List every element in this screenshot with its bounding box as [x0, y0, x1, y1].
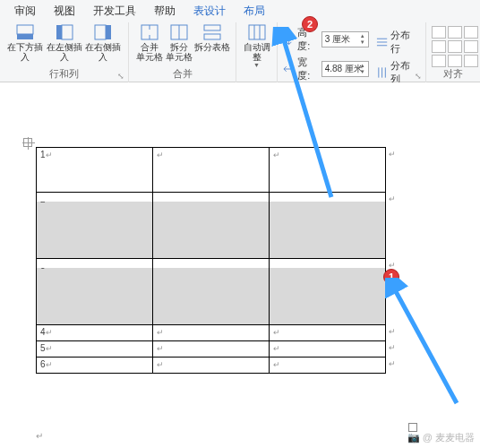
- tab-devtools[interactable]: 开发工具: [88, 2, 141, 21]
- group-align-label: 对齐: [426, 67, 480, 82]
- distribute-cols-icon: [376, 66, 388, 79]
- document-table: 1↵ ↵ ↵↵ 2↵ ↵ ↵↵ 3↵ ↵ ↵↵ 4↵ ↵ ↵↵ 5↵ ↵: [36, 147, 386, 374]
- autofit-label: 自动调整: [242, 42, 271, 62]
- width-label: 宽度:: [297, 56, 319, 82]
- group-autofit: 自动调整 ▼: [236, 22, 278, 82]
- ribbon-tabs: 审阅 视图 开发工具 帮助 表设计 布局: [0, 0, 480, 20]
- table-row[interactable]: 6↵ ↵ ↵↵: [37, 358, 386, 374]
- distribute-rows-button[interactable]: 分布行: [374, 28, 420, 56]
- col-width-field: 宽度: 4.88 厘米 ▲▼: [283, 56, 369, 82]
- table-move-handle-icon[interactable]: [23, 138, 32, 147]
- height-spin-up[interactable]: ▲: [358, 33, 367, 39]
- row-end-mark-icon: ↵: [389, 343, 396, 352]
- distribute-rows-icon: [376, 36, 388, 48]
- insert-below-icon: [16, 24, 34, 40]
- group-rows-cols-label: 行和列: [0, 67, 128, 82]
- align-bot-center-button[interactable]: [448, 55, 462, 67]
- align-bot-right-button[interactable]: [464, 55, 478, 67]
- width-spin-up[interactable]: ▲: [358, 63, 367, 69]
- height-spin-down[interactable]: ▼: [358, 39, 367, 46]
- align-bot-left-button[interactable]: [432, 55, 446, 67]
- autofit-icon: [248, 24, 266, 40]
- split-table-icon: [203, 24, 221, 40]
- width-input[interactable]: 4.88 厘米 ▲▼: [321, 61, 369, 77]
- split-cells-icon: [170, 24, 188, 40]
- para-mark-icon: ↵: [46, 151, 53, 159]
- width-spin-down[interactable]: ▼: [358, 69, 367, 75]
- svg-rect-5: [106, 25, 111, 39]
- row-end-mark-icon: ↵: [389, 359, 396, 368]
- table-row[interactable]: 5↵ ↵ ↵↵: [37, 341, 386, 358]
- callout-badge-1: 1: [383, 269, 399, 285]
- row-end-mark-icon: ↵: [389, 327, 396, 336]
- ribbon: 审阅 视图 开发工具 帮助 表设计 布局 在下方插入 在左侧插入 在右侧插入: [0, 0, 480, 82]
- para-mark-icon: ↵: [273, 344, 280, 353]
- width-value: 4.88 厘米: [325, 63, 363, 75]
- align-mid-left-button[interactable]: [432, 40, 446, 53]
- para-mark-icon: ↵: [273, 360, 280, 369]
- para-mark-icon: ↵: [46, 360, 53, 369]
- group-align: 对齐: [426, 22, 480, 82]
- table-row[interactable]: 4↵ ↵ ↵↵: [37, 325, 386, 341]
- row-end-mark-icon: ↵: [389, 194, 396, 203]
- para-mark-icon: ↵: [157, 328, 164, 337]
- align-top-right-button[interactable]: [464, 26, 478, 39]
- row-height-field: 高度: 3 厘米 ▲▼: [283, 26, 369, 53]
- svg-rect-0: [17, 25, 33, 34]
- document-canvas[interactable]: 1↵ ↵ ↵↵ 2↵ ↵ ↵↵ 3↵ ↵ ↵↵ 4↵ ↵ ↵↵ 5↵ ↵: [0, 82, 480, 448]
- align-top-left-button[interactable]: [432, 26, 446, 39]
- svg-rect-13: [249, 25, 265, 39]
- split-cells-label: 拆分 单元格: [166, 42, 193, 62]
- height-value: 3 厘米: [325, 33, 350, 46]
- svg-rect-2: [56, 25, 62, 39]
- svg-rect-1: [17, 34, 33, 39]
- para-mark-icon: ↵: [36, 431, 43, 441]
- insert-right-icon: [94, 24, 112, 40]
- insert-right-label: 在右侧插入: [83, 42, 123, 62]
- group-cell-size: 高度: 3 厘米 ▲▼ 宽度: 4.88 厘米 ▲▼: [278, 22, 426, 82]
- align-top-center-button[interactable]: [448, 26, 462, 39]
- height-input[interactable]: 3 厘米 ▲▼: [321, 31, 369, 47]
- distribute-rows-label: 分布行: [390, 29, 418, 56]
- split-cells-button[interactable]: 拆分 单元格: [164, 22, 193, 62]
- table-row[interactable]: 2↵ ↵ ↵↵: [37, 193, 386, 259]
- tab-layout[interactable]: 布局: [238, 2, 270, 21]
- autofit-button[interactable]: 自动调整 ▼: [242, 22, 271, 69]
- merge-cells-label: 合并 单元格: [136, 42, 163, 62]
- col-width-icon: [283, 63, 295, 75]
- table-row[interactable]: 1↵ ↵ ↵↵: [37, 148, 386, 193]
- group-rows-cols: 在下方插入 在左侧插入 在右侧插入 行和列 ⤡: [0, 22, 129, 82]
- align-mid-right-button[interactable]: [464, 40, 478, 53]
- tab-help[interactable]: 帮助: [149, 2, 181, 21]
- merge-cells-icon: [141, 24, 159, 40]
- svg-rect-12: [204, 34, 220, 39]
- insert-left-icon: [56, 24, 73, 40]
- para-mark-icon: ↵: [157, 360, 164, 369]
- split-table-button[interactable]: 拆分表格: [193, 22, 230, 52]
- insert-below-label: 在下方插入: [5, 42, 45, 62]
- para-mark-icon: ↵: [46, 328, 53, 337]
- group-merge-label: 合并: [129, 67, 236, 82]
- cell-size-launcher-icon[interactable]: ⤡: [415, 72, 422, 81]
- watermark: 📷 @ 麦麦电器: [407, 431, 475, 444]
- rows-cols-launcher-icon[interactable]: ⤡: [117, 72, 124, 81]
- para-mark-icon: ↵: [273, 151, 280, 159]
- svg-rect-3: [62, 25, 73, 39]
- insert-left-label: 在左侧插入: [45, 42, 84, 62]
- group-merge: 合并 单元格 拆分 单元格 拆分表格 合并: [129, 22, 236, 82]
- ribbon-groups: 在下方插入 在左侧插入 在右侧插入 行和列 ⤡ 合并 单元格: [0, 20, 480, 82]
- insert-below-button[interactable]: 在下方插入: [5, 22, 45, 62]
- tab-tabledesign[interactable]: 表设计: [188, 2, 231, 21]
- tab-review[interactable]: 审阅: [9, 2, 41, 21]
- para-mark-icon: ↵: [46, 344, 53, 353]
- chevron-down-icon: ▼: [253, 62, 260, 69]
- table-row[interactable]: 3↵ ↵ ↵↵: [37, 259, 386, 325]
- para-mark-icon: ↵: [157, 344, 164, 353]
- insert-left-button[interactable]: 在左侧插入: [45, 22, 84, 62]
- merge-cells-button[interactable]: 合并 单元格: [134, 22, 164, 62]
- insert-right-button[interactable]: 在右侧插入: [83, 22, 123, 62]
- align-grid: [432, 22, 478, 67]
- align-mid-center-button[interactable]: [448, 40, 462, 53]
- row-end-mark-icon: ↵: [389, 150, 396, 159]
- tab-view[interactable]: 视图: [48, 2, 81, 21]
